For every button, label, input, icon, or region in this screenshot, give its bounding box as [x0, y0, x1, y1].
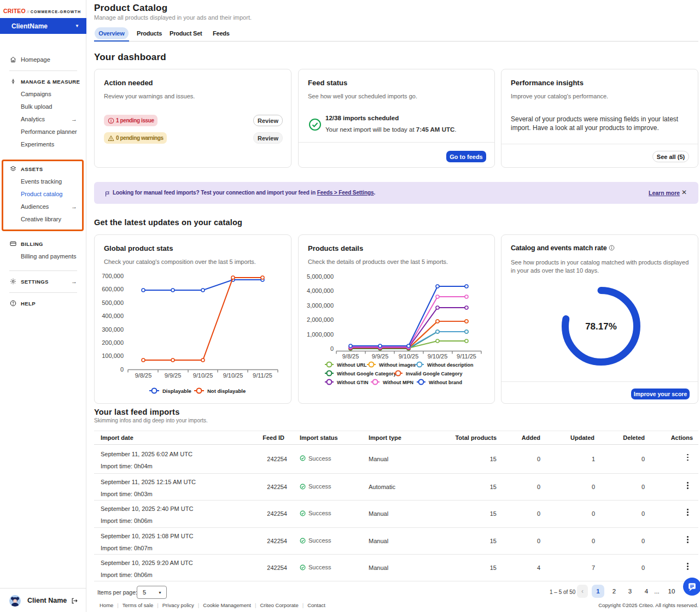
svg-text:9/8/25: 9/8/25	[135, 372, 152, 379]
svg-text:9/10/25: 9/10/25	[193, 372, 213, 379]
svg-text:300,000: 300,000	[102, 326, 124, 333]
svg-text:Without MPN: Without MPN	[383, 380, 413, 385]
svg-text:9/11/25: 9/11/25	[253, 372, 272, 379]
svg-text:Invalid Google Category: Invalid Google Category	[406, 371, 463, 376]
svg-text:9/10/25: 9/10/25	[428, 353, 448, 360]
svg-text:9/10/25: 9/10/25	[223, 372, 243, 379]
svg-text:9/9/25: 9/9/25	[372, 353, 389, 360]
svg-text:Without Google Category: Without Google Category	[337, 371, 396, 376]
svg-text:Without description: Without description	[427, 362, 473, 368]
svg-text:1,000,000: 1,000,000	[307, 331, 334, 338]
svg-text:Without brand: Without brand	[429, 380, 462, 385]
svg-text:400,000: 400,000	[102, 313, 124, 319]
svg-text:100,000: 100,000	[102, 352, 124, 359]
svg-text:9/9/25: 9/9/25	[165, 372, 182, 379]
svg-text:2,000,000: 2,000,000	[307, 316, 334, 323]
svg-text:600,000: 600,000	[102, 286, 124, 292]
svg-text:Without GTIN: Without GTIN	[337, 380, 368, 385]
svg-text:Displayable: Displayable	[162, 388, 191, 394]
svg-text:9/8/25: 9/8/25	[342, 353, 359, 360]
svg-text:9/10/25: 9/10/25	[399, 353, 419, 360]
svg-text:Without images: Without images	[379, 362, 416, 368]
svg-text:200,000: 200,000	[102, 339, 124, 346]
svg-text:78.17%: 78.17%	[585, 321, 617, 332]
svg-text:0: 0	[330, 345, 334, 352]
svg-text:4,000,000: 4,000,000	[307, 287, 334, 294]
svg-text:5,000,000: 5,000,000	[307, 273, 334, 280]
svg-text:3,000,000: 3,000,000	[307, 302, 334, 309]
svg-text:700,000: 700,000	[102, 273, 124, 279]
svg-text:0: 0	[120, 366, 124, 373]
svg-text:9/11/25: 9/11/25	[457, 353, 476, 360]
svg-text:500,000: 500,000	[102, 299, 124, 306]
svg-text:Without URL: Without URL	[337, 362, 367, 368]
svg-text:Not displayable: Not displayable	[207, 388, 246, 394]
